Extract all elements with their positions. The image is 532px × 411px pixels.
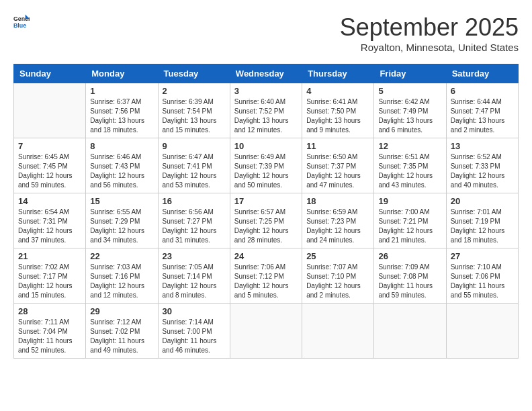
calendar-cell: 17Sunrise: 6:57 AMSunset: 7:25 PMDayligh…: [230, 193, 302, 248]
calendar-cell: 26Sunrise: 7:09 AMSunset: 7:08 PMDayligh…: [374, 248, 446, 304]
day-info: Sunrise: 6:39 AMSunset: 7:54 PMDaylight:…: [163, 97, 226, 135]
day-info: Sunrise: 6:40 AMSunset: 7:52 PMDaylight:…: [234, 97, 298, 135]
calendar-cell: 25Sunrise: 7:07 AMSunset: 7:10 PMDayligh…: [302, 248, 374, 304]
day-info: Sunrise: 7:00 AMSunset: 7:21 PMDaylight:…: [378, 208, 441, 245]
calendar-cell: 19Sunrise: 7:00 AMSunset: 7:21 PMDayligh…: [374, 193, 446, 248]
calendar-cell: [446, 304, 518, 359]
day-number: 12: [378, 141, 441, 151]
day-number: 27: [451, 251, 514, 261]
calendar-cell: [14, 83, 86, 138]
day-info: Sunrise: 6:46 AMSunset: 7:43 PMDaylight:…: [90, 152, 153, 190]
day-number: 21: [18, 251, 81, 261]
week-row-4: 21Sunrise: 7:02 AMSunset: 7:17 PMDayligh…: [14, 248, 519, 304]
day-info: Sunrise: 6:59 AMSunset: 7:23 PMDaylight:…: [306, 208, 369, 245]
day-info: Sunrise: 6:41 AMSunset: 7:50 PMDaylight:…: [306, 97, 369, 135]
day-number: 23: [163, 251, 226, 261]
day-number: 29: [90, 306, 153, 316]
day-number: 11: [306, 141, 369, 151]
day-number: 1: [90, 86, 153, 96]
calendar-cell: 28Sunrise: 7:11 AMSunset: 7:04 PMDayligh…: [14, 304, 86, 359]
calendar-table: SundayMondayTuesdayWednesdayThursdayFrid…: [13, 64, 519, 359]
calendar-cell: 8Sunrise: 6:46 AMSunset: 7:43 PMDaylight…: [86, 138, 158, 193]
day-info: Sunrise: 7:01 AMSunset: 7:19 PMDaylight:…: [451, 208, 514, 245]
day-info: Sunrise: 7:07 AMSunset: 7:10 PMDaylight:…: [306, 263, 369, 300]
calendar-cell: 10Sunrise: 6:49 AMSunset: 7:39 PMDayligh…: [230, 138, 302, 193]
day-number: 7: [18, 141, 81, 151]
calendar-cell: 1Sunrise: 6:37 AMSunset: 7:56 PMDaylight…: [86, 83, 158, 138]
weekday-header-tuesday: Tuesday: [158, 64, 230, 83]
day-number: 16: [163, 196, 226, 206]
day-info: Sunrise: 7:09 AMSunset: 7:08 PMDaylight:…: [378, 263, 441, 300]
day-info: Sunrise: 6:57 AMSunset: 7:25 PMDaylight:…: [234, 208, 298, 245]
day-number: 6: [451, 86, 514, 96]
day-info: Sunrise: 7:06 AMSunset: 7:12 PMDaylight:…: [234, 263, 298, 300]
day-number: 17: [234, 196, 298, 206]
day-info: Sunrise: 6:45 AMSunset: 7:45 PMDaylight:…: [18, 152, 81, 190]
week-row-2: 7Sunrise: 6:45 AMSunset: 7:45 PMDaylight…: [14, 138, 519, 193]
calendar-cell: [302, 304, 374, 359]
weekday-header-friday: Friday: [374, 64, 446, 83]
calendar-cell: 11Sunrise: 6:50 AMSunset: 7:37 PMDayligh…: [302, 138, 374, 193]
calendar-title: September 2025: [340, 13, 519, 42]
day-info: Sunrise: 6:50 AMSunset: 7:37 PMDaylight:…: [306, 152, 369, 190]
day-number: 9: [163, 141, 226, 151]
calendar-subtitle: Royalton, Minnesota, United States: [340, 42, 519, 53]
day-info: Sunrise: 6:54 AMSunset: 7:31 PMDaylight:…: [18, 208, 81, 245]
calendar-cell: 7Sunrise: 6:45 AMSunset: 7:45 PMDaylight…: [14, 138, 86, 193]
calendar-cell: 13Sunrise: 6:52 AMSunset: 7:33 PMDayligh…: [446, 138, 518, 193]
calendar-cell: 4Sunrise: 6:41 AMSunset: 7:50 PMDaylight…: [302, 83, 374, 138]
day-number: 15: [90, 196, 153, 206]
day-number: 18: [306, 196, 369, 206]
day-number: 26: [378, 251, 441, 261]
weekday-header-row: SundayMondayTuesdayWednesdayThursdayFrid…: [14, 64, 519, 83]
day-info: Sunrise: 7:11 AMSunset: 7:04 PMDaylight:…: [18, 318, 81, 355]
day-info: Sunrise: 6:47 AMSunset: 7:41 PMDaylight:…: [163, 152, 226, 190]
logo: General Blue: [13, 13, 30, 30]
day-number: 4: [306, 86, 369, 96]
calendar-cell: 24Sunrise: 7:06 AMSunset: 7:12 PMDayligh…: [230, 248, 302, 304]
week-row-3: 14Sunrise: 6:54 AMSunset: 7:31 PMDayligh…: [14, 193, 519, 248]
day-info: Sunrise: 6:37 AMSunset: 7:56 PMDaylight:…: [90, 97, 153, 135]
day-number: 24: [234, 251, 298, 261]
day-info: Sunrise: 6:52 AMSunset: 7:33 PMDaylight:…: [451, 152, 514, 190]
day-info: Sunrise: 7:10 AMSunset: 7:06 PMDaylight:…: [451, 263, 514, 300]
day-number: 2: [163, 86, 226, 96]
day-info: Sunrise: 7:03 AMSunset: 7:16 PMDaylight:…: [90, 263, 153, 300]
weekday-header-monday: Monday: [86, 64, 158, 83]
svg-text:Blue: Blue: [13, 22, 26, 29]
calendar-cell: 9Sunrise: 6:47 AMSunset: 7:41 PMDaylight…: [158, 138, 230, 193]
day-number: 25: [306, 251, 369, 261]
day-info: Sunrise: 6:42 AMSunset: 7:49 PMDaylight:…: [378, 97, 441, 135]
day-info: Sunrise: 7:02 AMSunset: 7:17 PMDaylight:…: [18, 263, 81, 300]
calendar-cell: 12Sunrise: 6:51 AMSunset: 7:35 PMDayligh…: [374, 138, 446, 193]
calendar-cell: 21Sunrise: 7:02 AMSunset: 7:17 PMDayligh…: [14, 248, 86, 304]
weekday-header-saturday: Saturday: [446, 64, 518, 83]
weekday-header-sunday: Sunday: [14, 64, 86, 83]
calendar-cell: 2Sunrise: 6:39 AMSunset: 7:54 PMDaylight…: [158, 83, 230, 138]
calendar-cell: 20Sunrise: 7:01 AMSunset: 7:19 PMDayligh…: [446, 193, 518, 248]
calendar-cell: 15Sunrise: 6:55 AMSunset: 7:29 PMDayligh…: [86, 193, 158, 248]
title-block: September 2025 Royalton, Minnesota, Unit…: [340, 13, 519, 53]
day-number: 28: [18, 306, 81, 316]
calendar-cell: 5Sunrise: 6:42 AMSunset: 7:49 PMDaylight…: [374, 83, 446, 138]
day-number: 3: [234, 86, 298, 96]
day-number: 20: [451, 196, 514, 206]
day-number: 5: [378, 86, 441, 96]
calendar-cell: [230, 304, 302, 359]
calendar-cell: 22Sunrise: 7:03 AMSunset: 7:16 PMDayligh…: [86, 248, 158, 304]
day-info: Sunrise: 6:49 AMSunset: 7:39 PMDaylight:…: [234, 152, 298, 190]
day-info: Sunrise: 6:51 AMSunset: 7:35 PMDaylight:…: [378, 152, 441, 190]
logo-icon: General Blue: [13, 13, 30, 30]
weekday-header-thursday: Thursday: [302, 64, 374, 83]
day-info: Sunrise: 7:05 AMSunset: 7:14 PMDaylight:…: [163, 263, 226, 300]
calendar-cell: 29Sunrise: 7:12 AMSunset: 7:02 PMDayligh…: [86, 304, 158, 359]
day-number: 14: [18, 196, 81, 206]
calendar-cell: 16Sunrise: 6:56 AMSunset: 7:27 PMDayligh…: [158, 193, 230, 248]
calendar-cell: 30Sunrise: 7:14 AMSunset: 7:00 PMDayligh…: [158, 304, 230, 359]
calendar-cell: 6Sunrise: 6:44 AMSunset: 7:47 PMDaylight…: [446, 83, 518, 138]
day-info: Sunrise: 7:12 AMSunset: 7:02 PMDaylight:…: [90, 318, 153, 355]
day-number: 30: [163, 306, 226, 316]
calendar-cell: 14Sunrise: 6:54 AMSunset: 7:31 PMDayligh…: [14, 193, 86, 248]
weekday-header-wednesday: Wednesday: [230, 64, 302, 83]
calendar-cell: 23Sunrise: 7:05 AMSunset: 7:14 PMDayligh…: [158, 248, 230, 304]
